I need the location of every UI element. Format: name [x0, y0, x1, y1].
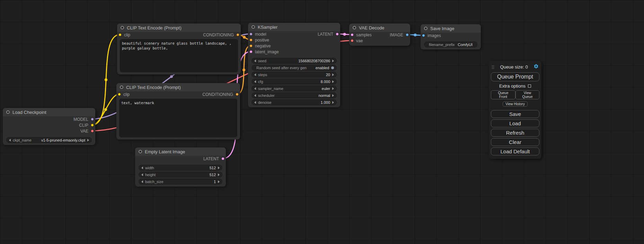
node-clip-text-encode-positive[interactable]: CLIP Text Encode (Prompt) clip CONDITION… — [117, 24, 241, 74]
decrement-arrow-icon[interactable] — [141, 180, 143, 183]
queue-panel: Queue size: 0 Queue Prompt Extra options… — [489, 61, 541, 159]
load-button[interactable]: Load — [491, 119, 539, 127]
widget-batch-size[interactable]: batch_size 1 — [139, 179, 222, 184]
increment-arrow-icon[interactable] — [332, 94, 334, 97]
input-slot-clip[interactable] — [118, 33, 122, 36]
node-title-bar[interactable]: CLIP Text Encode (Prompt) — [116, 83, 240, 91]
collapse-dot-icon[interactable] — [120, 85, 123, 89]
output-slot-model[interactable] — [91, 118, 94, 121]
node-title-bar[interactable]: VAE Decode — [349, 24, 410, 32]
save-button[interactable]: Save — [491, 110, 539, 118]
positive-prompt-textarea[interactable]: beautiful scenery nature glass bottle la… — [120, 39, 238, 72]
widget-label: steps — [258, 73, 267, 77]
output-slot-label: LATENT — [203, 156, 219, 161]
widget-label: ckpt_name — [13, 138, 32, 142]
node-title-label: KSampler — [258, 25, 277, 30]
widget-filename-prefix[interactable]: filename_prefix ComfyUI — [424, 42, 477, 47]
node-title-bar[interactable]: Save Image — [421, 24, 481, 33]
widget-width[interactable]: width 512 — [139, 165, 222, 171]
increment-arrow-icon[interactable] — [218, 180, 220, 183]
load-default-button[interactable]: Load Default — [491, 147, 539, 155]
decrement-arrow-icon[interactable] — [9, 139, 11, 142]
queue-front-button[interactable]: Queue Front — [491, 90, 515, 99]
node-title-bar[interactable]: CLIP Text Encode (Prompt) — [117, 24, 241, 32]
clear-button[interactable]: Clear — [491, 138, 539, 146]
input-slot-images[interactable] — [422, 34, 425, 37]
settings-gear-icon[interactable] — [533, 64, 539, 70]
output-slot-image[interactable] — [406, 33, 409, 36]
collapse-dot-icon[interactable] — [139, 150, 142, 153]
node-load-checkpoint[interactable]: Load Checkpoint MODEL CLIP VAE ckpt_name — [3, 108, 95, 145]
output-slot-clip[interactable] — [91, 124, 94, 127]
output-slot-conditioning[interactable] — [236, 33, 239, 36]
node-graph-canvas[interactable]: Load Checkpoint MODEL CLIP VAE ckpt_name — [0, 0, 644, 244]
widget-denoise[interactable]: denoise 1.000 — [252, 99, 337, 105]
node-title-bar[interactable]: Empty Latent Image — [135, 147, 226, 156]
widget-cfg[interactable]: cfg 8.000 — [252, 79, 337, 84]
decrement-arrow-icon[interactable] — [254, 73, 256, 76]
collapse-dot-icon[interactable] — [121, 26, 124, 29]
increment-arrow-icon[interactable] — [218, 173, 220, 176]
node-title-bar[interactable]: Load Checkpoint — [3, 108, 95, 116]
node-title-label: VAE Decode — [359, 25, 384, 30]
node-save-image[interactable]: Save Image images filename_prefix ComfyU… — [421, 24, 481, 49]
increment-arrow-icon[interactable] — [218, 166, 220, 169]
decrement-arrow-icon[interactable] — [254, 60, 256, 62]
increment-arrow-icon[interactable] — [332, 60, 334, 62]
widget-steps[interactable]: steps 20 — [252, 72, 337, 78]
widget-label: width — [145, 166, 154, 170]
extra-options-label: Extra options — [499, 83, 526, 89]
input-slot-samples[interactable] — [351, 33, 354, 36]
negative-prompt-textarea[interactable]: text, watermark — [119, 99, 237, 137]
collapse-dot-icon[interactable] — [6, 110, 10, 114]
decrement-arrow-icon[interactable] — [141, 166, 143, 169]
output-slot-conditioning[interactable] — [236, 93, 239, 96]
node-clip-text-encode-negative[interactable]: CLIP Text Encode (Prompt) clip CONDITION… — [116, 83, 240, 139]
input-slot-latent-image[interactable] — [249, 50, 253, 53]
output-slot-label: IMAGE — [390, 33, 403, 37]
widget-height[interactable]: height 512 — [139, 172, 222, 178]
output-slot-vae[interactable] — [91, 129, 94, 133]
widget-scheduler[interactable]: scheduler normal — [252, 92, 337, 98]
drag-handle[interactable] — [492, 65, 494, 69]
decrement-arrow-icon[interactable] — [254, 80, 256, 83]
output-slot-latent[interactable] — [336, 33, 339, 36]
increment-arrow-icon[interactable] — [332, 80, 334, 83]
extra-options-checkbox[interactable] — [528, 84, 531, 88]
input-slot-positive[interactable] — [249, 38, 253, 42]
output-slot-latent[interactable] — [221, 157, 224, 160]
decrement-arrow-icon[interactable] — [254, 87, 256, 90]
increment-arrow-icon[interactable] — [332, 101, 334, 104]
decrement-arrow-icon[interactable] — [254, 94, 256, 97]
input-slot-clip[interactable] — [118, 93, 121, 96]
increment-arrow-icon[interactable] — [87, 139, 89, 142]
widget-value: 512 — [210, 166, 216, 170]
queue-prompt-button[interactable]: Queue Prompt — [491, 72, 539, 81]
input-slot-label: samples — [356, 33, 372, 37]
increment-arrow-icon[interactable] — [332, 87, 334, 90]
refresh-button[interactable]: Refresh — [491, 129, 539, 137]
input-slot-negative[interactable] — [249, 44, 253, 47]
decrement-arrow-icon[interactable] — [254, 101, 256, 104]
widget-sampler-name[interactable]: sampler_name euler — [252, 85, 337, 91]
widget-ckpt-name[interactable]: ckpt_name v1-5-pruned-emaonly.ckpt — [6, 137, 92, 143]
collapse-dot-icon[interactable] — [353, 26, 356, 29]
node-empty-latent-image[interactable]: Empty Latent Image LATENT width 512 heig… — [135, 147, 226, 187]
input-slot-model[interactable] — [249, 33, 253, 36]
collapse-dot-icon[interactable] — [424, 27, 427, 30]
increment-arrow-icon[interactable] — [332, 73, 334, 76]
node-ksampler[interactable]: KSampler model LATENT positive negative — [248, 23, 340, 107]
decrement-arrow-icon[interactable] — [141, 173, 143, 176]
view-queue-button[interactable]: View Queue — [515, 90, 539, 99]
view-history-button[interactable]: View History — [503, 101, 527, 107]
widget-seed[interactable]: seed 156680208700286 — [252, 58, 337, 64]
toggle-on-indicator[interactable] — [331, 66, 334, 69]
node-title-bar[interactable]: KSampler — [248, 23, 340, 31]
input-slot-vae[interactable] — [351, 39, 354, 42]
input-slot-label: clip — [124, 33, 130, 37]
widget-random-seed-toggle[interactable]: Random seed after every gen enabled — [252, 65, 337, 71]
node-title-label: CLIP Text Encode (Prompt) — [126, 85, 181, 90]
output-slot-label: CONDITIONING — [202, 92, 233, 97]
collapse-dot-icon[interactable] — [252, 25, 255, 29]
node-vae-decode[interactable]: VAE Decode samples IMAGE vae — [349, 24, 410, 46]
